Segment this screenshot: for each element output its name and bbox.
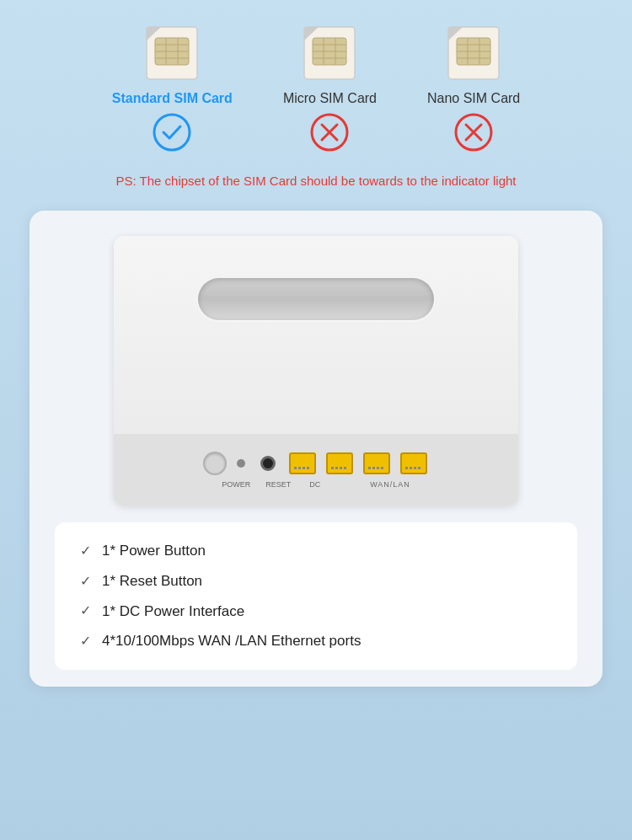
feature-item-1: ✓ 1* Power Button — [80, 536, 552, 566]
sim-label-nano: Nano SIM Card — [427, 91, 520, 106]
feature-label-4: 4*10/100Mbps WAN /LAN Ethernet ports — [102, 631, 361, 651]
sim-icon-nano — [444, 17, 503, 84]
feature-label-3: 1* DC Power Interface — [102, 602, 244, 622]
ps-note: PS: The chipset of the SIM Card should b… — [116, 172, 517, 190]
checkmark-4: ✓ — [80, 632, 95, 650]
power-button-port — [203, 452, 227, 475]
sim-check-standard — [153, 113, 191, 152]
sim-icon-standard — [142, 17, 201, 84]
sim-card-standard: Standard SIM Card — [112, 17, 233, 152]
svg-point-8 — [154, 115, 190, 150]
ports-row — [203, 452, 429, 475]
checkmark-2: ✓ — [80, 572, 95, 591]
eth-port-3 — [363, 452, 390, 474]
dc-jack-port — [260, 456, 276, 471]
eth-port-4 — [400, 452, 427, 474]
feature-item-2: ✓ 1* Reset Button — [80, 566, 552, 597]
port-labels: POWER RESET DC WAN/LAN — [222, 480, 410, 489]
sim-cross-nano — [454, 113, 493, 152]
feature-label-1: 1* Power Button — [102, 541, 206, 561]
sim-card-nano: Nano SIM Card — [427, 17, 520, 152]
sim-cards-row: Standard SIM Card — [112, 17, 521, 152]
label-power: POWER — [222, 480, 250, 489]
feature-item-3: ✓ 1* DC Power Interface — [80, 597, 552, 627]
sim-cross-micro — [310, 113, 349, 152]
label-reset: RESET — [265, 480, 291, 489]
checkmark-1: ✓ — [80, 542, 95, 560]
feature-item-4: ✓ 4*10/100Mbps WAN /LAN Ethernet ports — [80, 626, 552, 656]
label-dc: DC — [309, 480, 320, 489]
eth-port-1 — [289, 452, 316, 474]
checkmark-3: ✓ — [80, 602, 95, 620]
feature-label-2: 1* Reset Button — [102, 571, 202, 591]
router-ports-bar: POWER RESET DC WAN/LAN — [114, 434, 518, 506]
eth-port-2 — [326, 452, 353, 474]
sim-icon-micro — [300, 17, 359, 84]
sim-card-micro: Micro SIM Card — [283, 17, 377, 152]
sim-section: Standard SIM Card — [0, 17, 632, 206]
sim-label-micro: Micro SIM Card — [283, 91, 377, 106]
router-back-view: POWER RESET DC WAN/LAN — [114, 236, 518, 506]
router-sim-slot — [198, 278, 434, 320]
label-wanlan: WAN/LAN — [370, 480, 410, 489]
router-card: POWER RESET DC WAN/LAN ✓ 1* Power Button… — [29, 211, 603, 687]
sim-label-standard: Standard SIM Card — [112, 91, 233, 106]
features-list: ✓ 1* Power Button ✓ 1* Reset Button ✓ 1*… — [55, 522, 577, 670]
reset-button-port — [237, 459, 245, 468]
page-wrapper: Standard SIM Card — [0, 0, 632, 840]
